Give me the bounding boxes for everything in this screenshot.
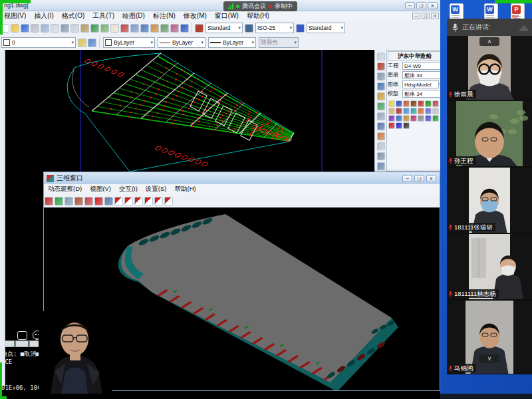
table-style-icon[interactable] [296, 24, 305, 33]
tool-16-icon[interactable] [396, 115, 402, 122]
mdi-restore-button[interactable]: ❏ [422, 13, 430, 19]
viewer3d-close-button[interactable]: ✕ [426, 175, 436, 182]
view-top-cube-icon[interactable] [114, 197, 123, 205]
screenshot-icon[interactable] [17, 331, 27, 340]
tool-15-icon[interactable] [388, 115, 395, 122]
tool-4-icon[interactable] [410, 100, 417, 107]
open-icon[interactable] [11, 24, 19, 33]
tool-11-icon[interactable] [410, 108, 417, 114]
tool-1-icon[interactable] [388, 100, 395, 107]
tool-22-icon[interactable] [388, 122, 395, 129]
rotate-icon[interactable] [377, 132, 385, 140]
delete-icon[interactable] [94, 197, 103, 205]
tool-5-icon[interactable] [418, 100, 424, 107]
mdi-close-button[interactable]: ✕ [431, 13, 439, 19]
tool-20-icon[interactable] [425, 115, 432, 122]
tool-14-icon[interactable] [432, 108, 439, 114]
orbit-icon[interactable] [45, 197, 53, 205]
draw-line-icon[interactable] [377, 53, 385, 61]
viewer3d-maximize-button[interactable]: ❏ [414, 175, 424, 182]
print-icon[interactable] [31, 24, 39, 33]
field-value-sheet[interactable]: HdspModel [402, 80, 439, 88]
properties-icon[interactable] [160, 24, 169, 33]
view-right-cube-icon[interactable] [144, 197, 153, 205]
tool-10-icon[interactable] [403, 108, 410, 114]
tool-24-icon[interactable] [403, 122, 410, 129]
draw-pline-icon[interactable] [377, 63, 385, 70]
draw-rect-icon[interactable] [377, 92, 385, 100]
text-style-icon[interactable] [195, 24, 203, 33]
zoom-realtime-icon[interactable] [120, 24, 129, 33]
taskbar[interactable] [440, 394, 532, 399]
minimize-button[interactable]: ─ [405, 2, 415, 9]
menu-dimension[interactable]: 标注(N) [149, 11, 180, 21]
sidebar-header[interactable]: 正在讲话: ◢◣ [447, 19, 532, 36]
tool-21-icon[interactable] [432, 115, 439, 122]
find-icon[interactable] [150, 24, 159, 33]
zoom-previous-icon[interactable] [140, 24, 149, 33]
tool-8-icon[interactable] [388, 108, 395, 114]
table-style-combo[interactable]: Standard▾ [307, 23, 345, 33]
menu-3d-view[interactable]: 视图(V) [86, 185, 115, 194]
view-left-cube-icon[interactable] [134, 197, 143, 205]
zoom-window-icon[interactable] [130, 24, 139, 33]
mirror-icon[interactable] [377, 142, 385, 150]
copy-icon[interactable] [70, 24, 79, 33]
move-icon[interactable] [377, 122, 385, 130]
layer-states-icon[interactable] [88, 39, 96, 47]
help-icon[interactable] [180, 24, 189, 33]
participant-tile-5[interactable]: 马锦鸿∨ [447, 301, 532, 374]
field-value-atlas[interactable]: 船体 34 [402, 71, 442, 79]
draw-circle-icon[interactable] [377, 72, 385, 80]
tool-2-icon[interactable] [396, 100, 402, 107]
cut-icon[interactable] [61, 24, 69, 33]
menu-interact[interactable]: 交互(I) [115, 185, 142, 194]
meeting-status-bar[interactable]: 腾讯会议 录制中 [223, 1, 297, 11]
view-front-cube-icon[interactable] [124, 197, 133, 205]
text-style-combo[interactable]: Standard▾ [205, 23, 243, 33]
close-button[interactable]: ✕ [428, 2, 438, 9]
menu-format[interactable]: 格式(O) [58, 11, 88, 21]
tool-18-icon[interactable] [410, 115, 417, 122]
draw-arc-icon[interactable] [377, 82, 385, 90]
measure-icon[interactable] [377, 162, 385, 170]
preview-icon[interactable] [41, 24, 49, 33]
view-iso-cube-icon[interactable] [154, 197, 163, 205]
linetype-combo[interactable]: ByLayer▾ [158, 37, 205, 48]
save-icon[interactable] [21, 24, 29, 33]
menu-insert[interactable]: 插入(I) [30, 11, 57, 21]
participant-tile-2[interactable]: 孙王程 [447, 101, 532, 166]
measure-icon[interactable] [74, 197, 83, 205]
zoom-select-icon[interactable] [104, 197, 113, 205]
field-value-project[interactable]: D4-W9 [402, 62, 442, 70]
zoom-icon[interactable] [65, 197, 73, 205]
layer-manager-icon[interactable] [78, 39, 86, 47]
tool-6-icon[interactable] [425, 100, 432, 107]
tool-3-icon[interactable] [403, 100, 410, 107]
tool-7-icon[interactable] [432, 100, 439, 107]
cad-titlebar[interactable]: ng1.dwg] ─ ❏ ✕ [0, 0, 443, 11]
undo-icon[interactable] [90, 24, 99, 33]
menu-help[interactable]: 帮助(H) [243, 11, 273, 21]
flag-icon[interactable] [84, 197, 93, 205]
mdi-minimize-button[interactable]: ─ [412, 13, 420, 19]
self-webcam-video[interactable] [39, 311, 112, 394]
paste-icon[interactable] [80, 24, 89, 33]
view-back-cube-icon[interactable] [164, 197, 173, 205]
viewer3d-titlebar[interactable]: 三维窗口 ─ ❏ ✕ [44, 172, 440, 184]
participant-tile-4[interactable]: 1811111林志杨 [447, 234, 532, 299]
menu-window[interactable]: 窗口(W) [211, 11, 243, 21]
menu-draw[interactable]: 绘图(D) [118, 11, 149, 21]
pan-icon[interactable] [110, 24, 119, 33]
menu-tools[interactable]: 工具(T) [88, 11, 118, 21]
array-icon[interactable] [377, 112, 385, 120]
dim-style-icon[interactable] [245, 24, 253, 33]
menu-view[interactable]: 视图(V) [0, 11, 30, 21]
viewer3d-minimize-button[interactable]: ─ [402, 175, 412, 182]
lineweight-combo[interactable]: ByLayer▾ [208, 37, 256, 48]
toolpalette-icon[interactable] [170, 24, 179, 33]
tool-9-icon[interactable] [396, 108, 402, 114]
tool-12-icon[interactable] [418, 108, 424, 114]
menu-modify[interactable]: 修改(M) [180, 11, 211, 21]
orbit-free-icon[interactable] [55, 197, 63, 205]
